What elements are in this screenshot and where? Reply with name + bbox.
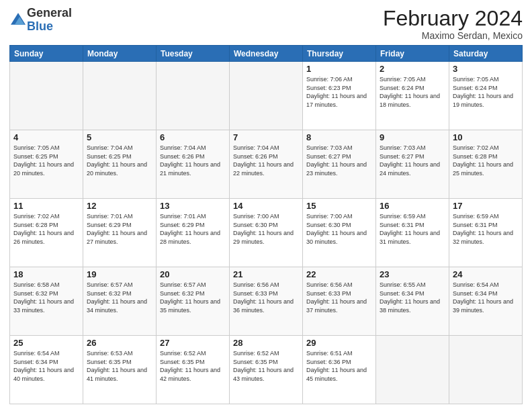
day-number: 28 (233, 338, 299, 348)
day-number: 12 (87, 201, 152, 211)
day-number: 2 (380, 64, 445, 74)
day-info: Sunrise: 6:53 AMSunset: 6:35 PMDaylight:… (87, 349, 152, 383)
calendar-header-row: Sunday Monday Tuesday Wednesday Thursday… (10, 46, 523, 62)
day-number: 29 (306, 338, 372, 348)
day-info: Sunrise: 7:03 AMSunset: 6:27 PMDaylight:… (306, 144, 372, 177)
day-number: 4 (13, 132, 79, 142)
day-info: Sunrise: 7:06 AMSunset: 6:23 PMDaylight:… (306, 75, 372, 109)
day-number: 3 (453, 64, 519, 74)
table-row: 4Sunrise: 7:05 AMSunset: 6:25 PMDaylight… (10, 130, 83, 199)
day-info: Sunrise: 7:05 AMSunset: 6:25 PMDaylight:… (13, 144, 79, 177)
calendar-week-row: 18Sunrise: 6:58 AMSunset: 6:32 PMDayligh… (10, 267, 523, 336)
table-row: 21Sunrise: 6:56 AMSunset: 6:33 PMDayligh… (230, 267, 303, 336)
table-row: 9Sunrise: 7:03 AMSunset: 6:27 PMDaylight… (376, 130, 449, 199)
day-info: Sunrise: 6:52 AMSunset: 6:35 PMDaylight:… (233, 349, 299, 383)
day-info: Sunrise: 7:02 AMSunset: 6:28 PMDaylight:… (453, 144, 519, 177)
day-info: Sunrise: 6:57 AMSunset: 6:32 PMDaylight:… (160, 281, 226, 314)
col-wednesday: Wednesday (230, 46, 303, 62)
calendar-subtitle: Maximo Serdan, Mexico (383, 30, 523, 41)
table-row: 8Sunrise: 7:03 AMSunset: 6:27 PMDaylight… (303, 130, 376, 199)
table-row: 6Sunrise: 7:04 AMSunset: 6:26 PMDaylight… (157, 130, 230, 199)
day-info: Sunrise: 6:55 AMSunset: 6:34 PMDaylight:… (380, 281, 445, 314)
table-row: 13Sunrise: 7:01 AMSunset: 6:29 PMDayligh… (157, 199, 230, 267)
table-row: 15Sunrise: 7:00 AMSunset: 6:30 PMDayligh… (303, 199, 376, 267)
calendar-body: 1Sunrise: 7:06 AMSunset: 6:23 PMDaylight… (10, 62, 523, 404)
col-friday: Friday (376, 46, 449, 62)
day-number: 15 (306, 201, 372, 211)
day-info: Sunrise: 6:56 AMSunset: 6:33 PMDaylight:… (306, 281, 372, 314)
col-saturday: Saturday (449, 46, 523, 62)
day-number: 7 (233, 132, 299, 142)
table-row: 12Sunrise: 7:01 AMSunset: 6:29 PMDayligh… (83, 199, 157, 267)
logo-blue: Blue (27, 19, 53, 33)
day-info: Sunrise: 7:04 AMSunset: 6:26 PMDaylight:… (160, 144, 226, 177)
table-row: 23Sunrise: 6:55 AMSunset: 6:34 PMDayligh… (376, 267, 449, 336)
day-number: 24 (453, 269, 519, 279)
day-info: Sunrise: 6:59 AMSunset: 6:31 PMDaylight:… (453, 212, 519, 246)
table-row (449, 336, 523, 404)
logo: General Blue (9, 7, 72, 34)
logo-text: General Blue (27, 7, 72, 34)
table-row: 28Sunrise: 6:52 AMSunset: 6:35 PMDayligh… (230, 336, 303, 404)
day-number: 16 (380, 201, 445, 211)
day-info: Sunrise: 7:00 AMSunset: 6:30 PMDaylight:… (233, 212, 299, 246)
table-row: 11Sunrise: 7:02 AMSunset: 6:28 PMDayligh… (10, 199, 83, 267)
table-row: 5Sunrise: 7:04 AMSunset: 6:25 PMDaylight… (83, 130, 157, 199)
table-row (157, 62, 230, 130)
day-number: 6 (160, 132, 226, 142)
day-number: 19 (87, 269, 152, 279)
calendar-title: February 2024 (383, 7, 523, 30)
table-row: 27Sunrise: 6:52 AMSunset: 6:35 PMDayligh… (157, 336, 230, 404)
table-row (83, 62, 157, 130)
day-info: Sunrise: 7:05 AMSunset: 6:24 PMDaylight:… (453, 75, 519, 109)
day-info: Sunrise: 7:03 AMSunset: 6:27 PMDaylight:… (380, 144, 445, 177)
day-number: 11 (13, 201, 79, 211)
day-number: 22 (306, 269, 372, 279)
day-number: 27 (160, 338, 226, 348)
day-info: Sunrise: 6:51 AMSunset: 6:36 PMDaylight:… (306, 349, 372, 383)
day-number: 26 (87, 338, 152, 348)
calendar-week-row: 1Sunrise: 7:06 AMSunset: 6:23 PMDaylight… (10, 62, 523, 130)
day-number: 5 (87, 132, 152, 142)
day-number: 13 (160, 201, 226, 211)
day-number: 14 (233, 201, 299, 211)
table-row (10, 62, 83, 130)
day-info: Sunrise: 6:54 AMSunset: 6:34 PMDaylight:… (453, 281, 519, 314)
day-number: 20 (160, 269, 226, 279)
logo-general: General (27, 6, 72, 19)
col-monday: Monday (83, 46, 157, 62)
table-row: 18Sunrise: 6:58 AMSunset: 6:32 PMDayligh… (10, 267, 83, 336)
day-info: Sunrise: 7:01 AMSunset: 6:29 PMDaylight:… (87, 212, 152, 246)
calendar-week-row: 25Sunrise: 6:54 AMSunset: 6:34 PMDayligh… (10, 336, 523, 404)
table-row (376, 336, 449, 404)
day-info: Sunrise: 7:05 AMSunset: 6:24 PMDaylight:… (380, 75, 445, 109)
day-info: Sunrise: 7:00 AMSunset: 6:30 PMDaylight:… (306, 212, 372, 246)
table-row: 10Sunrise: 7:02 AMSunset: 6:28 PMDayligh… (449, 130, 523, 199)
table-row: 20Sunrise: 6:57 AMSunset: 6:32 PMDayligh… (157, 267, 230, 336)
table-row (230, 62, 303, 130)
table-row: 22Sunrise: 6:56 AMSunset: 6:33 PMDayligh… (303, 267, 376, 336)
calendar-week-row: 4Sunrise: 7:05 AMSunset: 6:25 PMDaylight… (10, 130, 523, 199)
page: General Blue February 2024 Maximo Serdan… (0, 0, 532, 411)
col-tuesday: Tuesday (157, 46, 230, 62)
table-row: 26Sunrise: 6:53 AMSunset: 6:35 PMDayligh… (83, 336, 157, 404)
table-row: 14Sunrise: 7:00 AMSunset: 6:30 PMDayligh… (230, 199, 303, 267)
day-number: 9 (380, 132, 445, 142)
logo-icon (11, 11, 26, 26)
calendar-table: Sunday Monday Tuesday Wednesday Thursday… (9, 45, 523, 404)
table-row: 19Sunrise: 6:57 AMSunset: 6:32 PMDayligh… (83, 267, 157, 336)
day-info: Sunrise: 6:57 AMSunset: 6:32 PMDaylight:… (87, 281, 152, 314)
table-row: 16Sunrise: 6:59 AMSunset: 6:31 PMDayligh… (376, 199, 449, 267)
day-number: 18 (13, 269, 79, 279)
header: General Blue February 2024 Maximo Serdan… (9, 7, 523, 41)
day-info: Sunrise: 6:54 AMSunset: 6:34 PMDaylight:… (13, 349, 79, 383)
day-info: Sunrise: 6:52 AMSunset: 6:35 PMDaylight:… (160, 349, 226, 383)
table-row: 1Sunrise: 7:06 AMSunset: 6:23 PMDaylight… (303, 62, 376, 130)
day-number: 1 (306, 64, 372, 74)
table-row: 3Sunrise: 7:05 AMSunset: 6:24 PMDaylight… (449, 62, 523, 130)
day-info: Sunrise: 7:01 AMSunset: 6:29 PMDaylight:… (160, 212, 226, 246)
table-row: 25Sunrise: 6:54 AMSunset: 6:34 PMDayligh… (10, 336, 83, 404)
day-number: 17 (453, 201, 519, 211)
day-info: Sunrise: 7:04 AMSunset: 6:26 PMDaylight:… (233, 144, 299, 177)
day-info: Sunrise: 6:56 AMSunset: 6:33 PMDaylight:… (233, 281, 299, 314)
